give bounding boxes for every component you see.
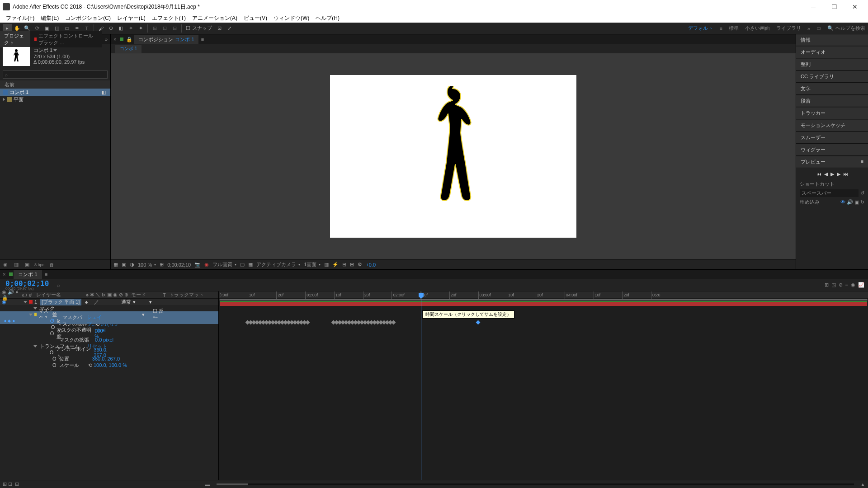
embed-loop-icon[interactable]: ↻: [860, 199, 864, 205]
motion-blur-icon[interactable]: ◉: [851, 282, 855, 288]
exposure[interactable]: +0.0: [366, 262, 376, 267]
col-name[interactable]: 名前: [5, 81, 14, 88]
world-axis-icon[interactable]: ⊡: [160, 24, 169, 33]
roto-tool-icon[interactable]: ✧: [126, 24, 135, 33]
new-folder-icon[interactable]: ▥: [13, 262, 20, 268]
col-layer-name[interactable]: レイヤー名: [36, 291, 86, 298]
local-axis-icon[interactable]: ⊞: [150, 24, 159, 33]
menu-edit[interactable]: 編集(E): [38, 14, 62, 22]
panel-align[interactable]: 整列: [796, 59, 868, 70]
menu-composition[interactable]: コンポジション(C): [62, 14, 114, 22]
new-comp-icon[interactable]: ▣: [24, 262, 31, 268]
resolution-dropdown[interactable]: フル画質: [212, 261, 236, 268]
panel-smoother[interactable]: スムーザー: [796, 132, 868, 144]
menu-animation[interactable]: アニメーション(A): [189, 14, 241, 22]
first-frame-icon[interactable]: ⏮: [816, 171, 821, 177]
snap-edge-icon[interactable]: ⊡: [215, 24, 224, 33]
timecode-display[interactable]: 0;00;02;10: [167, 262, 191, 267]
timeline-search[interactable]: ⌕: [57, 282, 60, 288]
timeline-tab[interactable]: コンポ 1: [14, 270, 42, 279]
prop-position[interactable]: Ö 位置 360.0, 267.0: [0, 356, 218, 362]
view-axis-icon[interactable]: ⊟: [170, 24, 179, 33]
panel-audio[interactable]: オーディオ: [796, 47, 868, 58]
bit-depth[interactable]: 8 bpc: [34, 263, 44, 267]
menu-effect[interactable]: エフェクト(T): [149, 14, 189, 22]
close-tab-icon[interactable]: ×: [111, 37, 119, 42]
roi-icon[interactable]: ▢: [240, 262, 245, 267]
playhead[interactable]: [421, 291, 421, 480]
embed-overlay-icon[interactable]: ▣: [854, 199, 859, 205]
layer-track[interactable]: 時間スケール（クリックしてサムを設定）: [219, 300, 868, 307]
prop-mask-expansion[interactable]: Ö マスクの拡張 0.0 pixel: [0, 337, 218, 343]
panel-tracker[interactable]: トラッカー: [796, 108, 868, 119]
zoom-out-icon[interactable]: ▬: [205, 482, 210, 487]
render-icon[interactable]: ▣: [122, 262, 126, 267]
draft3d-icon[interactable]: ◳: [831, 282, 836, 288]
snap-expand-icon[interactable]: ⤢: [225, 24, 234, 33]
last-frame-icon[interactable]: ⏭: [843, 171, 848, 177]
panel-cclib[interactable]: CC ライブラリ: [796, 71, 868, 83]
project-item-folder[interactable]: 平面: [0, 96, 110, 103]
minimize-button[interactable]: ─: [803, 0, 824, 14]
panel-character[interactable]: 文字: [796, 83, 868, 95]
close-button[interactable]: ✕: [844, 0, 865, 14]
keyframe-track[interactable]: [219, 319, 868, 326]
viewer[interactable]: [111, 53, 796, 259]
toggle-modes-icon[interactable]: ⊟: [15, 481, 19, 487]
shortcut-dropdown[interactable]: スペースバー: [800, 189, 859, 197]
views-dropdown[interactable]: 1画面: [304, 261, 321, 268]
panel-paragraph[interactable]: 段落: [796, 95, 868, 107]
menu-help[interactable]: ヘルプ(H): [312, 14, 343, 22]
exposure-reset-icon[interactable]: ⚙: [358, 262, 362, 267]
workspace-default[interactable]: デフォルト: [688, 25, 713, 32]
fast-preview-icon[interactable]: ⚡: [332, 262, 339, 267]
zoom-in-icon[interactable]: ▲: [860, 482, 865, 487]
keyframe-nav[interactable]: ◄ ◆ ►: [3, 319, 16, 323]
clone-tool-icon[interactable]: ⊙: [106, 24, 115, 33]
workspace-tablet-icon[interactable]: ▭: [816, 25, 821, 31]
puppet-tool-icon[interactable]: ✦: [136, 24, 145, 33]
prop-anchor[interactable]: Ö アンカーポイント 360.0, 267.0: [0, 349, 218, 356]
snapshot-icon[interactable]: 📷: [194, 262, 201, 267]
shy-icon[interactable]: ⊘: [839, 282, 843, 288]
maximize-button[interactable]: ☐: [824, 0, 844, 14]
workspace-small[interactable]: 小さい画面: [745, 25, 770, 32]
reset-icon[interactable]: ↺: [860, 190, 864, 196]
timeline-tracks[interactable]: ):00f10f20f01:00f10f20f02:00f10f20f03:00…: [219, 291, 868, 480]
project-item-comp[interactable]: コンポ 1 ◧: [0, 89, 110, 96]
panel-preview[interactable]: プレビュー≡: [796, 156, 868, 168]
canvas[interactable]: [330, 75, 576, 238]
panel-wiggler[interactable]: ウィグラー: [796, 144, 868, 156]
grid-icon[interactable]: ▦: [248, 262, 253, 267]
graph-editor-icon[interactable]: 📈: [858, 282, 864, 288]
prop-mask-path[interactable]: ◄ ◆ ► ⏱⊵ マスクパス シェイプ...: [0, 318, 218, 324]
play-icon[interactable]: ▶: [830, 171, 834, 177]
zoom-slider[interactable]: [217, 483, 854, 485]
project-search[interactable]: ⌕: [3, 70, 108, 79]
disclosure-icon[interactable]: [3, 98, 5, 101]
camera-dropdown[interactable]: アクティブカメラ: [256, 261, 300, 268]
col-mode[interactable]: モード: [131, 291, 163, 298]
delete-icon[interactable]: 🗑: [48, 262, 55, 268]
zoom-level[interactable]: 100 %: [138, 262, 156, 267]
menu-window[interactable]: ウィンドウ(W): [270, 14, 312, 22]
panel-info[interactable]: 情報: [796, 34, 868, 46]
time-ruler[interactable]: ):00f10f20f01:00f10f20f02:00f10f20f03:00…: [219, 291, 868, 299]
timeline-icon[interactable]: ⊟: [342, 262, 346, 267]
menu-file[interactable]: ファイル(F): [3, 14, 38, 22]
snap-toggle[interactable]: ☐ スナップ: [184, 25, 214, 32]
help-search[interactable]: 🔍 ヘルプを検索: [827, 25, 865, 32]
prop-scale[interactable]: Ö スケール ⟲ 100.0, 100.0 %: [0, 362, 218, 368]
mask-toggle-icon[interactable]: ◑: [130, 262, 134, 267]
panel-menu-icon[interactable]: ≡: [198, 37, 207, 42]
col-trackmatte[interactable]: トラックマット: [169, 291, 204, 298]
frame-blend-icon[interactable]: ≡: [845, 282, 848, 288]
comp-breadcrumb[interactable]: コンポ 1: [115, 45, 142, 53]
flowchart-icon[interactable]: ⊞: [350, 262, 354, 267]
comp-mini-flowchart-icon[interactable]: ⊞: [825, 282, 829, 288]
prev-frame-icon[interactable]: ◀: [824, 171, 828, 177]
workspace-library[interactable]: ライブラリ: [776, 25, 801, 32]
tab-composition[interactable]: コンポジション コンポ 1: [134, 35, 198, 44]
eraser-tool-icon[interactable]: ◧: [116, 24, 125, 33]
interpret-footage-icon[interactable]: ◉: [2, 262, 9, 268]
